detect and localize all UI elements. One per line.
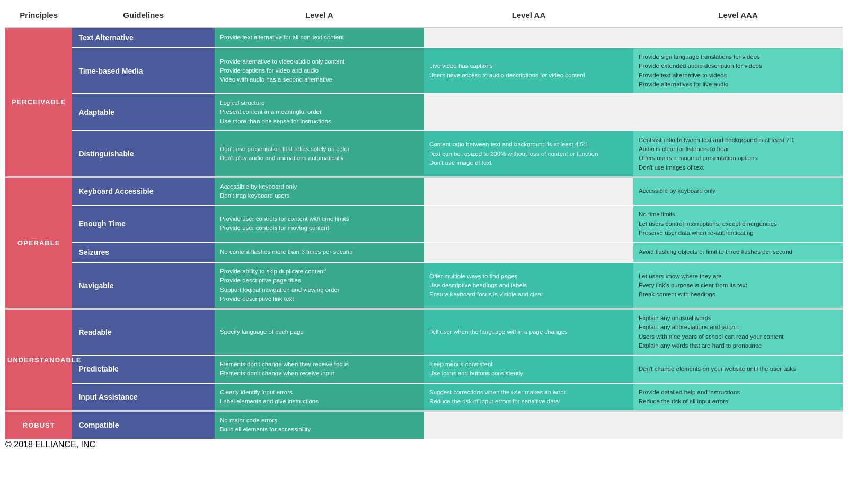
level-a-cell: Provide user controls for content with t… [215,205,424,242]
guideline-cell-compatible: Compatible [72,411,215,439]
col-header-principles: Principles [5,5,72,28]
level-aaa-cell: Let users know where they areEvery link'… [633,262,843,309]
level-aaa-cell: Explain any unusual wordsExplain any abb… [633,309,843,356]
guideline-cell-enough-time: Enough Time [72,205,215,242]
guideline-cell-navigable: Navigable [72,262,215,309]
level-aa-cell [424,177,633,205]
table-row: Time-based MediaProvide alternative to v… [5,48,843,94]
level-aaa-cell: Don't change elements on your website un… [633,355,843,383]
table-header-row: Principles Guidelines Level A Level AA L… [5,5,843,28]
level-a-cell: Logical structurePresent content in a me… [215,94,424,131]
level-a-cell: Provide text alternative for all non-tex… [215,28,424,48]
level-aa-cell [424,242,633,262]
table-row: Enough TimeProvide user controls for con… [5,205,843,242]
guideline-cell-seizures: Seizures [72,242,215,262]
table-row: NavigableProvide ability to skip duplica… [5,262,843,309]
level-a-cell: No content flashes more than 3 times per… [215,242,424,262]
level-aaa-cell: No time limitsLet users control interrup… [633,205,843,242]
guideline-cell-keyboard-accessible: Keyboard Accessible [72,177,215,205]
level-a-cell: Specify language of each page [215,309,424,356]
principle-cell-perceivable: PERCEIVABLE [5,28,72,177]
level-aa-cell: Tell user when the language within a pag… [424,309,633,356]
level-aa-cell: Suggest corrections when the user makes … [424,383,633,411]
level-a-cell: Don't use presentation that relies solel… [215,131,424,178]
level-aaa-cell [633,28,843,48]
guideline-cell-input-assistance: Input Assistance [72,383,215,411]
level-a-cell: Elements don't change when they receive … [215,355,424,383]
wcag-table: Principles Guidelines Level A Level AA L… [5,5,843,449]
level-aa-cell [424,411,633,439]
col-header-guidelines: Guidelines [72,5,215,28]
table-row: AdaptableLogical structurePresent conten… [5,94,843,131]
guideline-cell-readable: Readable [72,309,215,356]
table-row: OPERABLEKeyboard AccessibleAccessible by… [5,177,843,205]
level-a-cell: Accessible by keyboard onlyDon't trap ke… [215,177,424,205]
principle-cell-understandable: UNDERSTANDABLE [5,309,72,411]
table-row: SeizuresNo content flashes more than 3 t… [5,242,843,262]
guideline-cell-predictable: Predictable [72,355,215,383]
level-aa-cell: Content ratio between text and backgroun… [424,131,633,178]
level-aaa-cell: Contrast ratio between text and backgrou… [633,131,843,178]
guideline-cell-text-alternative: Text Alternative [72,28,215,48]
col-header-levelaaa: Level AAA [633,5,843,28]
level-aaa-cell: Provide sign language translations for v… [633,48,843,94]
footer-text: © 2018 ELLIANCE, INC [5,439,843,449]
level-aa-cell [424,94,633,131]
col-header-levela: Level A [215,5,424,28]
level-aa-cell: Live video has captionsUsers have access… [424,48,633,94]
level-aaa-cell: Accessible by keyboard only [633,177,843,205]
level-aa-cell: Keep menus consistentUse icons and butto… [424,355,633,383]
level-a-cell: No major code errorsBuild ell elements f… [215,411,424,439]
guideline-cell-distinguishable: Distinguishable [72,131,215,178]
level-aa-cell: Offer multiple ways to find pagesUse des… [424,262,633,309]
level-a-cell: Provide ability to skip duplicate conten… [215,262,424,309]
level-a-cell: Clearly identify input errorsLabel eleme… [215,383,424,411]
level-aaa-cell [633,411,843,439]
table-row: ROBUSTCompatibleNo major code errorsBuil… [5,411,843,439]
wcag-table-container: Principles Guidelines Level A Level AA L… [0,0,848,465]
level-a-cell: Provide alternative to video/audio only … [215,48,424,94]
level-aa-cell [424,205,633,242]
guideline-cell-time-based-media: Time-based Media [72,48,215,94]
guideline-cell-adaptable: Adaptable [72,94,215,131]
footer-row: © 2018 ELLIANCE, INC [5,439,843,449]
table-row: UNDERSTANDABLEReadableSpecify language o… [5,309,843,356]
principle-cell-operable: OPERABLE [5,177,72,308]
level-aaa-cell: Provide detailed help and instructionsRe… [633,383,843,411]
col-header-levelaa: Level AA [424,5,633,28]
table-row: PERCEIVABLEText AlternativeProvide text … [5,28,843,48]
principle-cell-robust: ROBUST [5,411,72,439]
level-aaa-cell [633,94,843,131]
level-aa-cell [424,28,633,48]
table-row: PredictableElements don't change when th… [5,355,843,383]
table-row: DistinguishableDon't use presentation th… [5,131,843,178]
table-row: Input AssistanceClearly identify input e… [5,383,843,411]
level-aaa-cell: Avoid flashing objects or limit to three… [633,242,843,262]
